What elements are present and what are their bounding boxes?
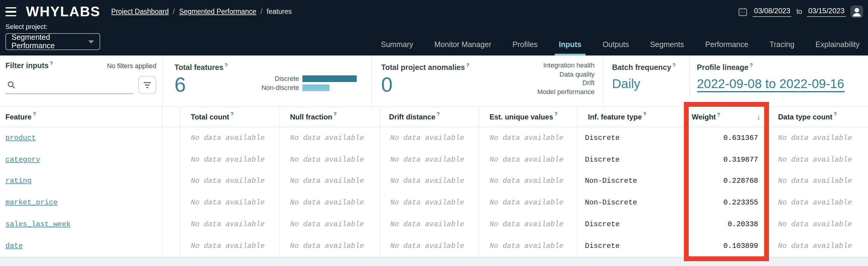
- project-selector[interactable]: Segmented Performance: [5, 33, 100, 50]
- breadcrumb-separator: /: [260, 8, 262, 15]
- inf-feature-type-cell: Non-Discrete: [578, 170, 684, 192]
- spacer-cell: [162, 149, 181, 171]
- tab-summary[interactable]: Summary: [381, 34, 413, 56]
- column-header-total-count[interactable]: Total count?: [181, 107, 280, 127]
- tab-monitor-manager[interactable]: Monitor Manager: [434, 34, 491, 56]
- menu-icon[interactable]: [5, 7, 16, 16]
- column-header-null-fraction[interactable]: Null fraction?: [280, 107, 380, 127]
- profile-lineage-link[interactable]: 2022-09-08 to 2022-09-16: [697, 77, 844, 92]
- tab-explainability[interactable]: Explainability: [815, 34, 860, 56]
- features-table: Feature? Total count? Null fraction? Dri…: [0, 106, 868, 257]
- no-data-cell: No data available: [479, 149, 578, 171]
- no-data-cell: No data available: [380, 170, 479, 192]
- tab-outputs[interactable]: Outputs: [602, 34, 629, 56]
- help-icon[interactable]: ?: [224, 62, 227, 68]
- no-data-cell: No data available: [380, 235, 479, 257]
- feature-cell: sales_last_week: [0, 213, 162, 235]
- table-body: productNo data availableNo data availabl…: [0, 127, 868, 257]
- column-header-data-type-count[interactable]: Data type count?: [764, 107, 868, 127]
- app: WHYLABS Project Dashboard/Segmented Perf…: [0, 0, 868, 266]
- anomaly-category-label: Model performance: [537, 87, 595, 96]
- footer-strip: [0, 257, 868, 266]
- no-data-cell: No data available: [181, 213, 280, 235]
- tab-segments[interactable]: Segments: [650, 34, 684, 56]
- search-input[interactable]: [5, 77, 133, 94]
- end-date-input[interactable]: 03/15/2023: [807, 6, 846, 16]
- bar: [302, 84, 329, 91]
- table-row: ratingNo data availableNo data available…: [0, 170, 868, 192]
- anomaly-category-label: Data quality: [537, 70, 595, 78]
- table-row: categoryNo data availableNo data availab…: [0, 149, 868, 171]
- weight-cell: 0.103899: [684, 235, 764, 257]
- total-features-panel: Total features? 6 DiscreteNon-discrete: [162, 56, 371, 106]
- help-icon[interactable]: ?: [673, 62, 676, 68]
- breadcrumb-item[interactable]: Project Dashboard: [112, 8, 169, 15]
- no-data-cell: No data available: [764, 235, 868, 257]
- project-selector-value: Segmented Performance: [11, 33, 88, 50]
- tab-inputs[interactable]: Inputs: [559, 34, 581, 56]
- column-header-feature[interactable]: Feature?: [0, 107, 162, 127]
- spacer-cell: [162, 192, 181, 214]
- bar: [302, 75, 356, 82]
- weight-cell: 0.319877: [684, 149, 764, 171]
- date-range-picker: 03/08/2023 to 03/15/2023: [738, 5, 868, 18]
- feature-cell: category: [0, 149, 162, 171]
- feature-link[interactable]: sales_last_week: [5, 220, 71, 229]
- user-avatar-icon[interactable]: [850, 5, 863, 18]
- no-data-cell: No data available: [181, 235, 280, 257]
- inf-feature-type-cell: Non-Discrete: [578, 192, 684, 214]
- filter-button[interactable]: [138, 76, 156, 94]
- breadcrumb-item[interactable]: Segmented Performance: [179, 8, 256, 15]
- tab-performance[interactable]: Performance: [705, 34, 748, 56]
- feature-link[interactable]: market_price: [5, 198, 58, 207]
- sort-descending-icon[interactable]: ↓: [756, 112, 761, 121]
- spacer-cell: [162, 170, 181, 192]
- no-data-cell: No data available: [380, 192, 479, 214]
- column-header-drift-distance[interactable]: Drift distance?: [380, 107, 479, 127]
- batch-frequency-title: Batch frequency?: [612, 63, 676, 72]
- search-icon: [7, 80, 16, 90]
- no-data-cell: No data available: [479, 192, 578, 214]
- feature-type-bars: DiscreteNon-discrete: [244, 75, 356, 93]
- no-data-cell: No data available: [479, 235, 578, 257]
- table-row: sales_last_weekNo data availableNo data …: [0, 213, 868, 235]
- filter-inputs-title: Filter inputs?: [5, 62, 53, 70]
- column-header-est-unique-values[interactable]: Est. unique values?: [479, 107, 578, 127]
- no-data-cell: No data available: [380, 213, 479, 235]
- tab-tracing[interactable]: Tracing: [770, 34, 794, 56]
- total-anomalies-title: Total project anomalies?: [381, 63, 469, 72]
- no-data-cell: No data available: [380, 127, 479, 149]
- weight-cell: 0.228768: [684, 170, 764, 192]
- profile-lineage-panel: Profile lineage? 2022-09-08 to 2022-09-1…: [689, 56, 868, 106]
- help-icon[interactable]: ?: [466, 62, 469, 68]
- no-data-cell: No data available: [764, 127, 868, 149]
- no-data-cell: No data available: [280, 235, 380, 257]
- inf-feature-type-cell: Discrete: [578, 127, 684, 149]
- column-header-inf-feature-type[interactable]: Inf. feature type?: [578, 107, 684, 127]
- feature-link[interactable]: category: [5, 155, 40, 164]
- inf-feature-type-cell: Discrete: [578, 235, 684, 257]
- table-row: dateNo data availableNo data availableNo…: [0, 235, 868, 257]
- column-header-weight[interactable]: Weight?↓: [684, 107, 764, 127]
- inf-feature-type-cell: Discrete: [578, 149, 684, 171]
- feature-link[interactable]: product: [5, 134, 36, 142]
- feature-link[interactable]: date: [5, 241, 23, 250]
- no-data-cell: No data available: [764, 192, 868, 214]
- no-data-cell: No data available: [280, 170, 380, 192]
- start-date-input[interactable]: 03/08/2023: [753, 6, 792, 16]
- weight-cell: 0.223355: [684, 192, 764, 214]
- bar-label: Discrete: [244, 75, 299, 82]
- top-navigation: WHYLABS Project Dashboard/Segmented Perf…: [0, 0, 868, 56]
- help-icon[interactable]: ?: [750, 62, 753, 68]
- calendar-icon[interactable]: [738, 6, 748, 16]
- feature-link[interactable]: rating: [5, 177, 31, 186]
- help-icon[interactable]: ?: [50, 60, 53, 66]
- batch-frequency-value: Daily: [612, 77, 689, 91]
- no-data-cell: No data available: [280, 192, 380, 214]
- tab-profiles[interactable]: Profiles: [513, 34, 537, 56]
- breadcrumb-item: features: [267, 8, 292, 15]
- table-row: productNo data availableNo data availabl…: [0, 127, 868, 149]
- no-data-cell: No data available: [280, 213, 380, 235]
- batch-frequency-panel: Batch frequency? Daily: [603, 56, 689, 106]
- chevron-down-icon: [88, 40, 94, 43]
